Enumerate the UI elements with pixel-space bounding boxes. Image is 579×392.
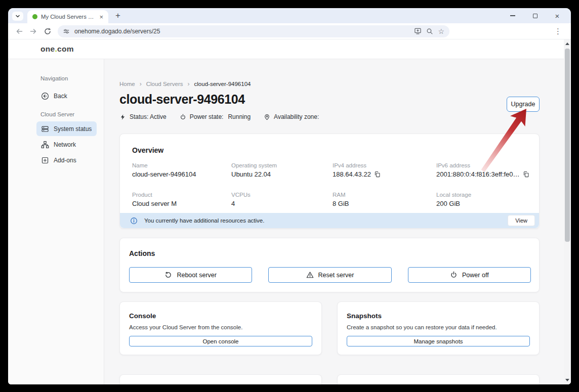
status-text: Status: Active [130,113,167,120]
browser-menu-icon[interactable]: ⋮ [554,27,562,36]
upgrade-button[interactable]: Upgrade [507,97,540,112]
forward-arrow-icon [29,27,37,35]
sidebar-item-network[interactable]: Network [36,137,97,152]
sidebar-item-add-ons[interactable]: Add-ons [36,153,97,167]
overview-title: Overview [132,146,527,154]
tab-search-button[interactable] [12,12,23,21]
resources-banner: You currently have additional resources … [120,213,539,228]
overview-card: Overview Name cloud-server-9496104 Opera… [119,134,540,229]
tab-favicon-icon [32,14,37,19]
reload-button[interactable] [40,24,55,38]
overview-field-vcpus: VCPUs 4 [231,192,333,207]
sidebar-item-back[interactable]: Back [36,89,97,103]
status-bolt-icon [119,114,126,120]
availability-zone-chip: Availability zone: [264,113,323,120]
chevron-down-icon [15,13,21,19]
close-window-button[interactable]: × [554,12,561,19]
maximize-button[interactable] [531,12,539,19]
redeploy-server-card: Redeploy server [119,374,322,384]
breadcrumb-home[interactable]: Home [119,81,135,87]
power-state-chip: Power state: Running [180,113,251,120]
navigation-label: Navigation [40,75,104,81]
power-state-value: Running [228,113,251,120]
back-button[interactable] [12,24,26,38]
reboot-icon [164,271,172,279]
snapshots-title: Snapshots [347,312,530,320]
page-scrollbar[interactable] [564,39,571,384]
overview-grid: Name cloud-server-9496104 Operating syst… [132,162,527,207]
site-info-icon[interactable] [63,28,70,35]
window-controls: × [509,8,571,23]
browser-window: My Cloud Servers - oneVPS × + × onehome.… [8,8,571,384]
sidebar-item-label: Network [54,141,76,148]
banner-text: You currently have additional resources … [144,217,264,224]
browser-tab[interactable]: My Cloud Servers - oneVPS × [27,10,108,23]
breadcrumb-cloud-servers[interactable]: Cloud Servers [146,81,183,87]
url-text[interactable]: onehome.dogado.de/servers/25 [74,28,160,35]
actions-card: Actions Reboot server Reset server [119,238,540,292]
actions-title: Actions [129,249,531,257]
warning-icon [306,271,314,279]
install-app-icon[interactable] [414,27,422,35]
minimize-button[interactable] [509,12,516,19]
app-header: one.com [8,39,571,59]
snapshots-card: Snapshots Create a snapshot so you can r… [337,301,540,355]
system-status-icon [41,125,49,133]
tab-close-icon[interactable]: × [98,13,105,21]
overview-field-os: Operating system Ubuntu 22.04 [231,162,333,178]
one-com-logo[interactable]: one.com [40,45,74,54]
address-bar[interactable]: onehome.dogado.de/servers/25 ☆ [58,25,449,37]
sidebar-item-system-status[interactable]: System status [36,121,97,136]
overview-field-ipv6: IPv6 address 2001:880:0:4:f816:3eff:fe0… [436,162,529,178]
availability-zone-label: Availability zone: [274,113,319,120]
info-icon [130,217,138,225]
scrollbar-thumb[interactable] [565,49,570,242]
main-content: Home › Cloud Servers › cloud-server-9496… [104,59,571,384]
snapshots-description: Create a snapshot so you can restore you… [347,324,530,330]
overview-field-storage: Local storage 200 GiB [436,192,529,207]
browser-toolbar: onehome.dogado.de/servers/25 ☆ ⋮ [8,23,571,39]
manage-snapshots-button[interactable]: Manage snapshots [347,336,530,346]
page-title: cloud-server-9496104 [119,92,540,107]
cloud-server-section-label: Cloud Server [40,111,104,117]
forward-button[interactable] [26,24,40,38]
power-state-label: Power state: [190,113,224,120]
console-title: Console [129,312,312,320]
view-button[interactable]: View [508,215,535,226]
power-icon [450,271,458,279]
sidebar-item-label: Add-ons [54,157,76,164]
reboot-server-button[interactable]: Reboot server [129,267,252,283]
network-settings-card: Network settings [337,374,540,384]
overview-field-product: Product Cloud server M [132,192,231,207]
console-card: Console Access your Cloud Server from th… [119,301,322,355]
scroll-up-icon[interactable] [565,42,569,45]
new-tab-button[interactable]: + [113,11,122,21]
copy-icon[interactable] [523,171,529,178]
tab-title: My Cloud Servers - oneVPS [41,14,94,20]
console-description: Access your Cloud Server from the consol… [129,324,312,330]
overview-field-ram: RAM 8 GiB [333,192,436,207]
location-pin-icon [264,114,270,120]
add-ons-icon [41,156,49,164]
breadcrumb-current: cloud-server-9496104 [194,81,251,87]
bookmark-star-icon[interactable]: ☆ [438,28,444,35]
overview-field-ipv4: IPv4 address 188.64.43.22 [333,162,436,178]
power-state-icon [180,114,186,120]
breadcrumb-separator: › [140,80,142,88]
reload-icon [44,27,52,35]
breadcrumb: Home › Cloud Servers › cloud-server-9496… [119,80,540,88]
status-chip: Status: Active [119,113,167,120]
open-console-button[interactable]: Open console [129,336,312,346]
reset-server-button[interactable]: Reset server [268,267,391,283]
status-row: Status: Active Power state: Running Avai… [119,113,540,120]
copy-icon[interactable] [374,171,381,178]
network-icon [41,141,49,149]
power-off-button[interactable]: Power off [408,267,531,283]
breadcrumb-separator: › [188,80,190,88]
back-arrow-icon [15,27,23,35]
overview-field-name: Name cloud-server-9496104 [132,162,231,178]
zoom-icon[interactable] [426,28,433,35]
sidebar-item-label: System status [54,125,92,133]
scroll-down-icon[interactable] [565,379,569,381]
back-circle-icon [41,92,49,100]
